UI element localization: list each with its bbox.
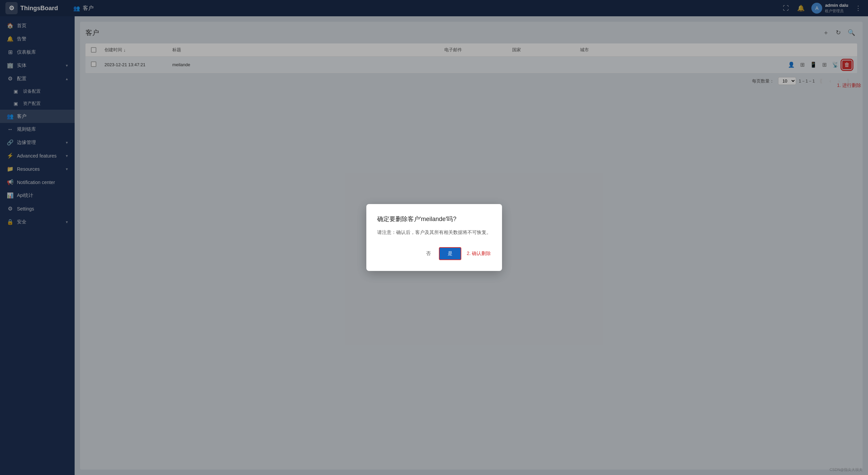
- annotation-confirm: 2. 确认删除: [467, 251, 491, 257]
- dialog-overlay[interactable]: 确定要删除客户'meilande'吗? 请注意：确认后，客户及其所有相关数据将不…: [0, 0, 868, 475]
- dialog-message: 请注意：确认后，客户及其所有相关数据将不可恢复。: [377, 229, 491, 236]
- dialog-title: 确定要删除客户'meilande'吗?: [377, 215, 491, 223]
- dialog-confirm-area: 是 2. 确认删除: [439, 247, 491, 260]
- dialog-no-button[interactable]: 否: [421, 248, 436, 259]
- delete-confirm-dialog: 确定要删除客户'meilande'吗? 请注意：确认后，客户及其所有相关数据将不…: [366, 204, 502, 271]
- dialog-yes-button[interactable]: 是: [439, 247, 461, 260]
- dialog-actions: 否 是 2. 确认删除: [377, 247, 491, 260]
